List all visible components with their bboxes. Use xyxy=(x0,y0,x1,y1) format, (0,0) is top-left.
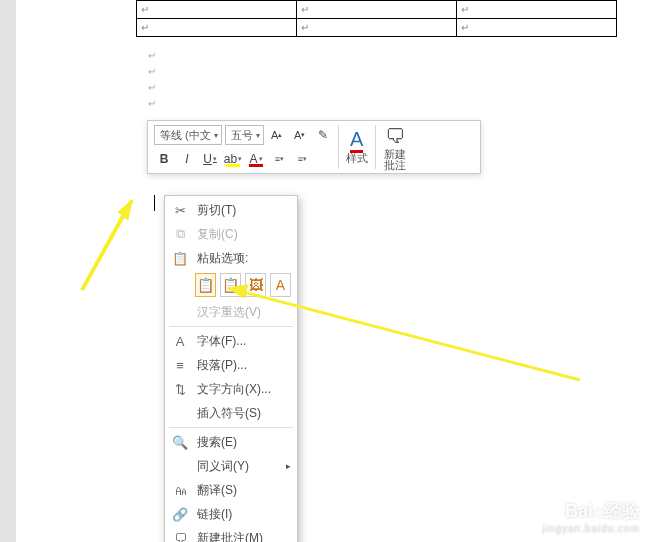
watermark-sub: jingyan.baidu.com xyxy=(542,523,640,534)
text-cursor xyxy=(154,195,155,211)
shrink-font-button[interactable]: A▾ xyxy=(290,125,310,145)
menu-text-direction[interactable]: ⇅ 文字方向(X)... xyxy=(165,377,297,401)
menu-font[interactable]: A 字体(F)... xyxy=(165,329,297,353)
paste-text-only-button[interactable]: A xyxy=(270,273,291,297)
menu-insert-symbol[interactable]: 插入符号(S) xyxy=(165,401,297,425)
paragraph-mark: ↵ xyxy=(148,98,156,109)
font-icon: A xyxy=(171,334,189,349)
menu-synonyms-label: 同义词(Y) xyxy=(197,458,249,475)
menu-synonyms[interactable]: 同义词(Y) ▸ xyxy=(165,454,297,478)
paragraph-mark: ↵ xyxy=(148,50,156,61)
menu-search[interactable]: 🔍 搜索(E) xyxy=(165,430,297,454)
menu-search-label: 搜索(E) xyxy=(197,434,237,451)
menu-translate[interactable]: 🗛 翻译(S) xyxy=(165,478,297,502)
menu-cut-label: 剪切(T) xyxy=(197,202,236,219)
bold-button[interactable]: B xyxy=(154,149,174,169)
menu-copy: ⧉ 复制(C) xyxy=(165,222,297,246)
menu-paragraph[interactable]: ≡ 段落(P)... xyxy=(165,353,297,377)
menu-hanzi-reselect: 汉字重选(V) xyxy=(165,300,297,324)
paste-icon: 📋 xyxy=(171,251,189,266)
paste-merge-button[interactable]: 📋 xyxy=(220,273,241,297)
font-family-value: 等线 (中文 xyxy=(160,128,211,143)
mini-toolbar: 等线 (中文▾ 五号▾ A▴ A▾ ✎ B I U▾ ab▾ A▾ ≡▾ ≡▾ … xyxy=(147,120,481,174)
comment-icon: 🗨 xyxy=(171,531,189,543)
toolbar-separator xyxy=(338,125,339,169)
context-menu: ✂ 剪切(T) ⧉ 复制(C) 📋 粘贴选项: 📋 📋 🖼 A 汉字重选(V) … xyxy=(164,195,298,542)
paragraph-mark: ↵ xyxy=(148,66,156,77)
paragraph-mark: ↵ xyxy=(148,82,156,93)
watermark: Bai⌂经验 jingyan.baidu.com xyxy=(542,499,640,534)
menu-text-direction-label: 文字方向(X)... xyxy=(197,381,271,398)
search-icon: 🔍 xyxy=(171,435,189,450)
document-table: ↵↵↵ ↵↵↵ xyxy=(136,0,617,37)
font-family-combo[interactable]: 等线 (中文▾ xyxy=(154,125,222,145)
menu-separator xyxy=(169,326,293,327)
menu-copy-label: 复制(C) xyxy=(197,226,238,243)
watermark-brand: Bai⌂经验 xyxy=(542,499,640,523)
hanzi-reselect-label: 汉字重选(V) xyxy=(197,304,261,321)
menu-link-label: 链接(I) xyxy=(197,506,232,523)
new-comment-button[interactable]: 🗨 新建 批注 xyxy=(379,123,411,171)
paste-options-row: 📋 📋 🖼 A xyxy=(165,270,297,300)
menu-paste-options-header[interactable]: 📋 粘贴选项: xyxy=(165,246,297,270)
paste-keep-source-button[interactable]: 📋 xyxy=(195,273,216,297)
font-size-value: 五号 xyxy=(231,128,253,143)
document-page: ↵↵↵ ↵↵↵ ↵ ↵ ↵ ↵ 等线 (中文▾ 五号▾ A▴ A▾ ✎ B I … xyxy=(16,0,650,542)
italic-button[interactable]: I xyxy=(177,149,197,169)
copy-icon: ⧉ xyxy=(171,226,189,242)
cut-icon: ✂ xyxy=(171,203,189,218)
underline-button[interactable]: U▾ xyxy=(200,149,220,169)
menu-separator xyxy=(169,427,293,428)
link-icon: 🔗 xyxy=(171,507,189,522)
menu-cut[interactable]: ✂ 剪切(T) xyxy=(165,198,297,222)
font-color-button[interactable]: A▾ xyxy=(246,149,266,169)
new-comment-label: 新建 批注 xyxy=(384,149,406,171)
menu-paragraph-label: 段落(P)... xyxy=(197,357,247,374)
bullets-button[interactable]: ≡▾ xyxy=(269,149,289,169)
grow-font-button[interactable]: A▴ xyxy=(267,125,287,145)
paste-options-label: 粘贴选项: xyxy=(197,250,248,267)
toolbar-separator xyxy=(375,125,376,169)
translate-icon: 🗛 xyxy=(171,483,189,498)
numbering-button[interactable]: ≡▾ xyxy=(292,149,312,169)
menu-new-comment-label: 新建批注(M) xyxy=(197,530,263,543)
font-size-combo[interactable]: 五号▾ xyxy=(225,125,264,145)
menu-new-comment[interactable]: 🗨 新建批注(M) xyxy=(165,526,297,542)
format-painter-button[interactable]: ✎ xyxy=(313,125,333,145)
paragraph-icon: ≡ xyxy=(171,358,189,373)
styles-button[interactable]: A 样式 xyxy=(342,123,372,171)
menu-insert-symbol-label: 插入符号(S) xyxy=(197,405,261,422)
paste-picture-button[interactable]: 🖼 xyxy=(245,273,266,297)
menu-link[interactable]: 🔗 链接(I) xyxy=(165,502,297,526)
menu-translate-label: 翻译(S) xyxy=(197,482,237,499)
styles-label: 样式 xyxy=(346,151,368,166)
comment-icon: 🗨 xyxy=(385,123,405,149)
menu-font-label: 字体(F)... xyxy=(197,333,246,350)
chevron-right-icon: ▸ xyxy=(286,461,291,471)
highlight-button[interactable]: ab▾ xyxy=(223,149,243,169)
text-direction-icon: ⇅ xyxy=(171,382,189,397)
